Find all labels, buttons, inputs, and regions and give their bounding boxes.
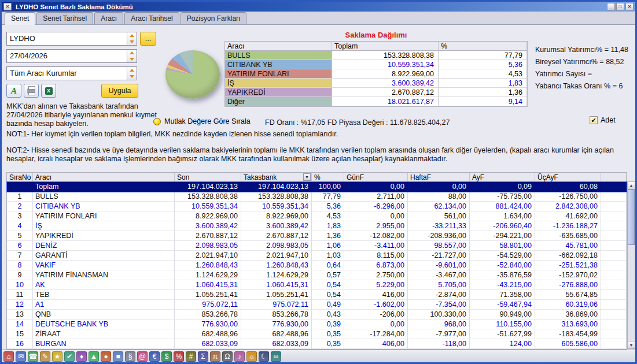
table-row-i[interactable]: 4İŞ3.600.389,423.600.389,421,832.955,00-… [7, 221, 627, 231]
adet-checkbox[interactable]: ✔ Adet [590, 116, 616, 124]
date-select[interactable]: 27/04/2026 [6, 49, 137, 63]
column-header-s-rano[interactable]: SıraNo [7, 173, 33, 182]
spinner-icon[interactable] [127, 32, 137, 45]
distribution-cell: YAPIKREDİ [225, 88, 332, 97]
home-icon[interactable]: ⌂ [3, 351, 14, 362]
table-row-ak[interactable]: 10AK1.060.415,311.060.415,310,545.229,00… [7, 280, 627, 290]
tasks-icon[interactable]: ✔ [64, 351, 75, 362]
pi-icon[interactable]: π [210, 351, 220, 362]
omega-icon[interactable]: Ω [222, 351, 233, 362]
distribution-col-toplam[interactable]: Toplam [332, 42, 439, 51]
tab-arac[interactable]: Aracı [94, 12, 123, 24]
table-row-yapikredi[interactable]: 5YAPIKREDİ2.670.887,122.670.887,121,36-1… [7, 231, 627, 241]
table-row-teb[interactable]: 11TEB1.055.251,411.055.251,410,54416,00-… [7, 290, 627, 300]
table-row-zi-raat[interactable]: 15ZİRAAT682.488,96682.488,960,35-17.284,… [7, 329, 627, 339]
scroll-up-icon[interactable]: ▲ [628, 182, 635, 190]
table-row-burgan[interactable]: 16BURGAN682.033,09682.033,090,35406,00-1… [7, 339, 627, 349]
close-icon[interactable]: ✕ [625, 3, 634, 10]
sort-option[interactable]: Mutlak Değere Göre Sırala [153, 117, 251, 125]
moon-icon[interactable]: ☾ [259, 351, 269, 362]
distribution-row-bulls[interactable]: BULLS153.328.808,3877,79 [225, 51, 527, 60]
music-icon[interactable]: ♪ [234, 351, 245, 362]
distribution-row-yatirim-fonlari[interactable]: YATIRIM FONLARI8.922.969,004,53 [225, 69, 527, 79]
apply-button[interactable]: Uygula [101, 84, 138, 98]
column-header-x[interactable]: % [312, 173, 344, 182]
tab-pozisyon-farklar[interactable]: Pozisyon Farkları [181, 12, 247, 24]
table-scrollbar[interactable]: ▲ ▼ [627, 181, 635, 349]
infinity-icon[interactable]: ∞ [271, 351, 281, 362]
column-header-g-nf[interactable]: GünF [344, 173, 408, 182]
grid-icon[interactable]: ■ [113, 351, 123, 362]
hash-icon[interactable]: # [186, 351, 196, 362]
table-row-a1[interactable]: 12A1975.072,11975.072,110,49-1.602,00-7.… [7, 300, 627, 310]
column-header-son[interactable]: Son [175, 173, 241, 182]
table-cell: -35.876,59 [470, 270, 535, 280]
scroll-down-icon[interactable]: ▼ [628, 341, 635, 348]
table-cell: 975.072,11 [241, 300, 312, 310]
chevron-down-icon[interactable]: ▼ [303, 173, 311, 181]
scrollbar-thumb[interactable] [628, 190, 635, 245]
market-icon[interactable]: ● [101, 351, 111, 362]
tab-senet-tarihsel[interactable]: Senet Tarihsel [36, 12, 93, 24]
distribution-row-di-er[interactable]: Diğer18.021.617,879,14 [225, 97, 527, 106]
broker-select[interactable]: Tüm Aracı Kurumlar [6, 66, 137, 80]
table-cell: 0,09 [470, 182, 535, 192]
euro-icon[interactable]: € [149, 351, 160, 362]
edit-icon[interactable]: ✎ [40, 351, 50, 362]
table-row-citibank-yb[interactable]: 2CITIBANK YB10.559.351,3410.559.351,345,… [7, 202, 627, 211]
close-icon[interactable]: ✕ [3, 3, 12, 10]
distribution-table-body: BULLS153.328.808,3877,79CITIBANK YB10.55… [225, 51, 527, 106]
maximize-icon[interactable]: □ [616, 3, 624, 10]
column-header-ayf[interactable]: ÜçAyF [535, 173, 601, 182]
stat-line: Yatırımcı Sayısı = [535, 70, 628, 78]
portfolio-icon[interactable]: ♦ [76, 351, 87, 362]
total-row[interactable]: Toplam197.104.023,13197.104.023,13100,00… [7, 182, 627, 192]
distribution-row-yapikredi[interactable]: YAPIKREDİ2.670.887,121,36 [225, 88, 527, 97]
column-header-takasbank[interactable]: Takasbank▼ [241, 173, 312, 182]
sort-option-label: Mutlak Değere Göre Sırala [164, 117, 251, 125]
column-header-haftaf[interactable]: HaftaF [408, 173, 470, 182]
table-cell: 16 [7, 339, 33, 349]
distribution-col-pct[interactable]: % [439, 42, 527, 51]
table-row-qnb[interactable]: 13QNB853.266,78853.266,780,43-206,00100.… [7, 310, 627, 320]
phone-icon[interactable]: ☎ [28, 351, 38, 362]
more-button[interactable]: ... [140, 32, 156, 46]
table-cell: -7.977,00 [408, 329, 470, 339]
distribution-row-i[interactable]: İŞ3.600.389,421,83 [225, 79, 527, 88]
distribution-col-araci[interactable]: Aracı [225, 42, 332, 51]
chart-up-icon[interactable]: ▲ [89, 351, 99, 362]
spinner-icon[interactable] [127, 50, 137, 62]
table-row-yatirim-fonlari[interactable]: 3YATIRIM FONLARI8.922.969,008.922.969,00… [7, 211, 627, 221]
table-row-garanti[interactable]: 7GARANTİ2.021.947,102.021.947,101,038.11… [7, 251, 627, 261]
column-header-arac[interactable]: Aracı [33, 173, 175, 182]
table-cell: CITIBANK YB [33, 202, 175, 211]
sun-icon[interactable]: ☼ [246, 351, 257, 362]
dollar-icon[interactable]: $ [161, 351, 172, 362]
checkmark-icon[interactable]: ✔ [590, 116, 598, 124]
table-cell: -208.936,00 [408, 231, 470, 241]
table-row-deutsche-bank-yb[interactable]: 14DEUTSCHE BANK YB776.930,00776.930,000,… [7, 320, 627, 329]
tab-arac-tarihsel[interactable]: Aracı Tarihsel [124, 12, 179, 24]
distribution-cell: 1,83 [439, 79, 527, 88]
contacts-icon[interactable]: @ [137, 351, 148, 362]
radio-icon[interactable] [153, 118, 161, 125]
table-row-deni-z[interactable]: 6DENİZ2.098.983,052.098.983,051,06-3.411… [7, 241, 627, 251]
sum-icon[interactable]: Σ [198, 351, 208, 362]
favorites-icon[interactable]: ★ [52, 351, 62, 362]
news-icon[interactable]: § [125, 351, 135, 362]
tab-senet[interactable]: Senet [5, 12, 35, 25]
font-button[interactable]: A [6, 84, 21, 98]
table-row-bulls[interactable]: 1BULLS153.328.808,38153.328.808,3877,792… [7, 192, 627, 202]
column-header-ayf[interactable]: AyF [470, 173, 535, 182]
symbol-select[interactable]: LYDHO [6, 32, 137, 46]
distribution-row-citibank-yb[interactable]: CITIBANK YB10.559.351,345,36 [225, 60, 527, 69]
table-row-yatirim-fi-nansman[interactable]: 9YATIRIM FİNANSMAN1.124.629,291.124.629,… [7, 270, 627, 280]
table-row-vakif[interactable]: 8VAKIF1.260.848,431.260.848,430,646.873,… [7, 261, 627, 270]
print-button[interactable] [24, 84, 39, 98]
spinner-icon[interactable] [127, 67, 137, 80]
minimize-icon[interactable]: _ [607, 3, 615, 10]
table-cell: 2 [7, 202, 33, 211]
percent-icon[interactable]: % [174, 351, 184, 362]
mail-icon[interactable]: ✉ [16, 351, 26, 362]
export-excel-button[interactable]: X [41, 84, 56, 98]
